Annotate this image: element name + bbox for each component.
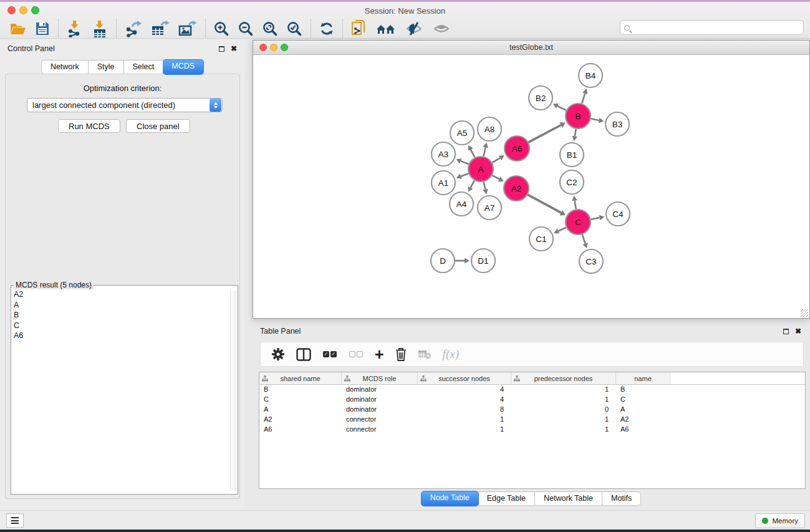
tab-node-table[interactable]: Node Table (421, 491, 479, 506)
table-cell[interactable]: A (616, 405, 670, 415)
tab-select[interactable]: Select (124, 60, 164, 74)
tab-edge-table[interactable]: Edge Table (478, 491, 535, 506)
network-window-titlebar[interactable]: testGlobe.txt (253, 41, 809, 55)
search-input[interactable] (620, 20, 804, 35)
export-table-icon[interactable] (147, 18, 174, 39)
edge-A-A8[interactable] (483, 147, 485, 156)
mcds-result-list[interactable]: A2ABCA6 (14, 289, 23, 341)
column-header-name[interactable]: name (616, 372, 670, 384)
table-cell[interactable]: B (259, 385, 342, 395)
show-all-icon[interactable] (428, 18, 455, 39)
float-panel-icon[interactable] (219, 46, 224, 52)
table-cell[interactable]: 0 (511, 405, 616, 415)
import-table-icon[interactable] (87, 18, 112, 39)
edge-B-B2[interactable] (557, 106, 566, 110)
table-row[interactable]: Bdominator41B (259, 385, 805, 395)
table-row[interactable]: A2connector11A2 (259, 415, 805, 425)
edge-A-A4[interactable] (471, 180, 475, 187)
table-cell[interactable]: connector (342, 415, 418, 425)
table-cell[interactable]: dominator (342, 405, 418, 415)
table-cell[interactable]: connector (342, 425, 418, 435)
zoom-in-icon[interactable] (210, 18, 234, 39)
table-row[interactable]: Adominator80A (259, 405, 805, 415)
column-header-MCDS-role[interactable]: MCDS role (342, 372, 418, 384)
edge-B-B3[interactable] (591, 118, 599, 120)
mcds-result-item[interactable]: A (14, 300, 23, 311)
table-cell[interactable]: dominator (342, 395, 418, 405)
search-field[interactable] (630, 21, 803, 34)
table-cell[interactable]: A (259, 405, 342, 415)
table-row[interactable]: Cdominator41C (259, 395, 805, 405)
close-panel-button[interactable]: Close panel (126, 119, 190, 133)
edge-B-B1[interactable] (575, 129, 576, 137)
edge-A-A6[interactable] (492, 158, 500, 162)
table-cell[interactable]: 1 (511, 385, 616, 395)
column-header-predecessor-nodes[interactable]: predecessor nodes (511, 372, 616, 384)
edge-A6-B[interactable] (529, 125, 561, 143)
table-cell[interactable]: 1 (418, 415, 511, 425)
open-session-icon[interactable] (5, 18, 31, 39)
close-table-panel-icon[interactable]: ✖ (795, 327, 801, 336)
table-cell[interactable]: 1 (418, 425, 511, 435)
run-mcds-button[interactable]: Run MCDS (58, 119, 120, 133)
task-history-button[interactable] (6, 513, 24, 528)
edge-A2-C[interactable] (528, 195, 561, 213)
refresh-layout-icon[interactable] (315, 18, 339, 39)
tab-network-table[interactable]: Network Table (535, 491, 602, 506)
edge-A-A7[interactable] (484, 181, 486, 189)
clone-network-icon[interactable] (347, 18, 372, 39)
mcds-result-item[interactable]: B (14, 310, 23, 321)
mcds-result-scrollbar[interactable] (230, 291, 237, 490)
table-cell[interactable]: C (616, 395, 670, 405)
show-column-panel-icon[interactable] (291, 344, 317, 365)
float-table-panel-icon[interactable] (783, 329, 789, 334)
table-cell[interactable]: 1 (511, 425, 616, 435)
first-neighbors-icon[interactable] (372, 18, 400, 39)
table-cell[interactable]: 4 (418, 395, 511, 405)
table-cell[interactable]: dominator (342, 385, 418, 395)
tab-mcds[interactable]: MCDS (163, 59, 204, 75)
table-settings-gear-icon[interactable] (266, 344, 291, 365)
save-session-icon[interactable] (31, 18, 54, 39)
edge-C-C1[interactable] (558, 228, 566, 231)
table-cell[interactable]: C (259, 395, 342, 405)
table-row[interactable]: A6connector11A6 (259, 425, 805, 435)
resize-grip-icon[interactable] (801, 309, 808, 317)
zoom-fit-icon[interactable] (258, 18, 282, 39)
table-cell[interactable]: A6 (616, 425, 670, 435)
export-network-icon[interactable] (120, 18, 147, 39)
column-header-shared-name[interactable]: shared name (259, 372, 342, 384)
tab-network[interactable]: Network (41, 60, 89, 74)
edge-A-A2[interactable] (492, 175, 499, 179)
hide-selected-icon[interactable] (400, 18, 428, 39)
column-header-successor-nodes[interactable]: successor nodes (418, 372, 511, 384)
edge-C-C3[interactable] (582, 235, 586, 244)
mcds-result-item[interactable]: C (14, 321, 23, 331)
zoom-out-icon[interactable] (234, 18, 258, 39)
table-cell[interactable]: A6 (259, 425, 342, 435)
export-image-icon[interactable] (174, 18, 201, 39)
close-panel-icon[interactable]: ✖ (231, 44, 237, 53)
edge-A-A3[interactable] (461, 161, 469, 164)
edge-B-B4[interactable] (582, 94, 585, 104)
mcds-result-item[interactable]: A6 (14, 331, 23, 341)
add-column-icon[interactable]: + (369, 344, 390, 365)
table-cell[interactable]: A2 (616, 415, 670, 425)
table-cell[interactable]: 8 (418, 405, 511, 415)
tab-style[interactable]: Style (89, 60, 124, 74)
delete-table-icon[interactable] (412, 344, 437, 365)
function-builder-icon[interactable]: f(x) (437, 344, 465, 365)
criterion-select[interactable]: largest connected component (directed) (27, 98, 223, 112)
edge-A-A5[interactable] (471, 150, 475, 158)
mcds-result-item[interactable]: A2 (14, 289, 23, 300)
table-cell[interactable]: 1 (511, 415, 616, 425)
edge-A-A1[interactable] (461, 173, 468, 176)
edge-C-C4[interactable] (591, 218, 600, 220)
table-cell[interactable]: 1 (511, 395, 616, 405)
table-cell[interactable]: B (616, 385, 670, 395)
deselect-all-columns-icon[interactable] (343, 344, 369, 365)
edge-C-C2[interactable] (575, 201, 576, 210)
import-network-icon[interactable] (62, 18, 87, 39)
zoom-selected-icon[interactable] (282, 18, 307, 39)
network-canvas[interactable]: AA1A2A3A4A5A6A7A8BB1B2B3B4CC1C2C3C4DD1 (253, 55, 809, 318)
